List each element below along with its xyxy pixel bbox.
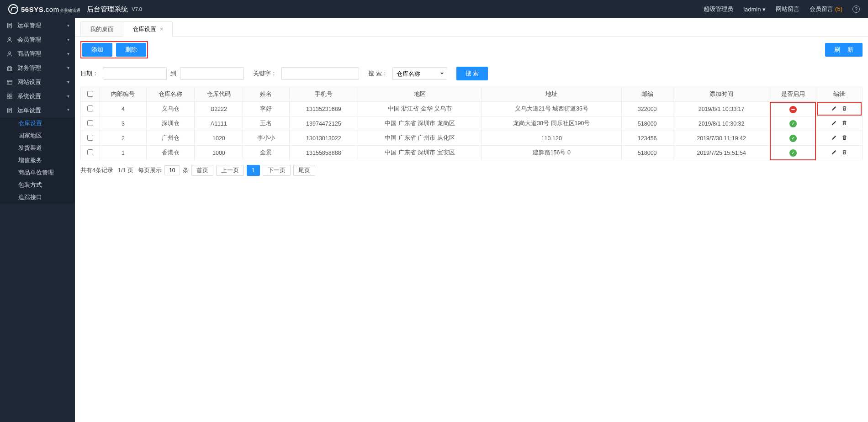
svg-rect-5 [10,94,12,95]
sidebar-item-6[interactable]: 运单设置 [0,103,75,117]
cell-enabled [770,146,816,160]
sidebar-subitem-6[interactable]: 追踪接口 [0,191,75,204]
pagination: 共有4条记录 1/1 页 每页展示 条 首页 上一页 1 下一页 尾页 [75,160,868,180]
sidebar-subitem-3[interactable]: 增值服务 [0,154,75,167]
svg-rect-3 [7,80,12,84]
search-field-label: 搜 索： [368,69,388,78]
cell-code: 1000 [195,146,243,160]
user-name: iadmin [743,6,761,13]
search-button[interactable]: 搜 索 [456,67,488,80]
logo-text: 56SYS [21,5,43,13]
close-icon[interactable]: × [160,26,163,32]
last-page-button[interactable]: 尾页 [293,165,315,176]
edit-icon[interactable] [831,120,837,126]
row-checkbox[interactable] [87,106,93,111]
grid-icon [6,93,13,100]
ban-circle-icon[interactable] [789,106,797,113]
page-1-button[interactable]: 1 [247,165,260,176]
site-messages-link[interactable]: 网站留言 [776,5,799,13]
first-page-button[interactable]: 首页 [191,165,213,176]
sidebar-subitem-5[interactable]: 包装方式 [0,179,75,191]
next-page-button[interactable]: 下一页 [263,165,291,176]
chevron-down-icon [762,6,766,13]
row-checkbox[interactable] [87,135,93,141]
per-page-input[interactable] [164,165,180,175]
delete-button[interactable]: 删除 [116,43,146,57]
sidebar-item-4[interactable]: 网站设置 [0,75,75,89]
cell-time: 2019/8/1 10:33:17 [673,102,770,116]
th-name: 仓库名称 [146,87,195,102]
tab-1[interactable]: 仓库设置× [123,21,173,36]
tab-0[interactable]: 我的桌面 [80,21,123,36]
row-checkbox[interactable] [87,120,93,126]
chevron-icon [67,37,69,42]
sidebar-item-label: 系统设置 [17,92,41,100]
cell-time: 2019/7/30 11:19:42 [673,131,770,146]
sidebar-subitem-0[interactable]: 仓库设置 [0,117,75,130]
cell-address: 110 120 [482,131,621,146]
member-messages-link[interactable]: 会员留言 (5) [810,5,842,13]
sidebar-subitem-2[interactable]: 发货渠道 [0,142,75,154]
user-menu[interactable]: iadmin [743,6,766,13]
bank-icon [6,65,13,71]
refresh-button[interactable]: 刷 新 [825,43,863,57]
sidebar-subitem-1[interactable]: 国家地区 [0,130,75,142]
cell-enabled [770,131,816,146]
trash-icon[interactable] [842,120,847,126]
layout-icon [6,79,13,85]
cell-edit [816,146,862,160]
cell-person: 全景 [243,146,289,160]
row-checkbox[interactable] [87,149,93,155]
system-version: V7.0 [132,6,142,12]
add-button[interactable]: 添加 [82,43,112,57]
cell-name: 广州仓 [146,131,195,146]
cell-name: 深圳仓 [146,116,195,131]
date-from-input[interactable] [103,67,167,80]
check-circle-icon[interactable] [789,120,797,127]
check-circle-icon[interactable] [789,135,797,142]
edit-icon[interactable] [831,106,837,111]
sidebar-item-0[interactable]: 运单管理 [0,18,75,32]
select-all-checkbox[interactable] [87,91,93,97]
tab-label: 仓库设置 [132,25,156,33]
chevron-icon [67,65,69,70]
cell-id: 2 [100,131,146,146]
th-address: 地址 [482,87,621,102]
cell-edit [816,131,862,146]
search-field-select[interactable]: 仓库名称 [392,67,447,80]
trash-icon[interactable] [842,135,847,141]
cell-code: 1020 [195,131,243,146]
chevron-icon [67,108,69,113]
edit-icon[interactable] [831,149,837,155]
date-label: 日期： [80,69,98,78]
pager-perpage-a: 每页展示 [138,167,162,174]
table-row: 1 香港仓 1000 全景 13155858888 中国 广东省 深圳市 宝安区… [81,146,863,160]
pager-pages: 1/1 页 [118,167,133,174]
date-to-input[interactable] [180,67,244,80]
edit-icon[interactable] [831,135,837,141]
prev-page-button[interactable]: 上一页 [216,165,244,176]
cell-id: 4 [100,102,146,116]
trash-icon[interactable] [842,106,847,111]
sidebar: 运单管理 会员管理 商品管理 财务管理 网站设置 系统设置 运单设置 仓库设置国… [0,18,75,422]
cell-region: 中国 广东省 广州市 从化区 [358,131,482,146]
th-code: 仓库代码 [195,87,243,102]
trash-icon[interactable] [842,149,847,155]
cell-person: 李小小 [243,131,289,146]
sidebar-item-5[interactable]: 系统设置 [0,89,75,103]
cell-region: 中国 广东省 深圳市 宝安区 [358,146,482,160]
keyword-input[interactable] [281,67,359,80]
tab-label: 我的桌面 [90,25,114,33]
sidebar-subitem-4[interactable]: 商品单位管理 [0,167,75,179]
help-icon[interactable]: ? [852,5,860,13]
th-person: 姓名 [243,87,289,102]
sidebar-item-1[interactable]: 会员管理 [0,32,75,47]
cell-address: 龙岗大道38号 同乐社区190号 [482,116,621,131]
sidebar-item-2[interactable]: 商品管理 [0,47,75,61]
sidebar-submenu: 仓库设置国家地区发货渠道增值服务商品单位管理包装方式追踪接口 [0,117,75,204]
cell-enabled [770,102,816,116]
check-circle-icon[interactable] [789,149,797,157]
svg-rect-6 [7,96,9,98]
user-icon [6,37,13,43]
sidebar-item-3[interactable]: 财务管理 [0,61,75,75]
